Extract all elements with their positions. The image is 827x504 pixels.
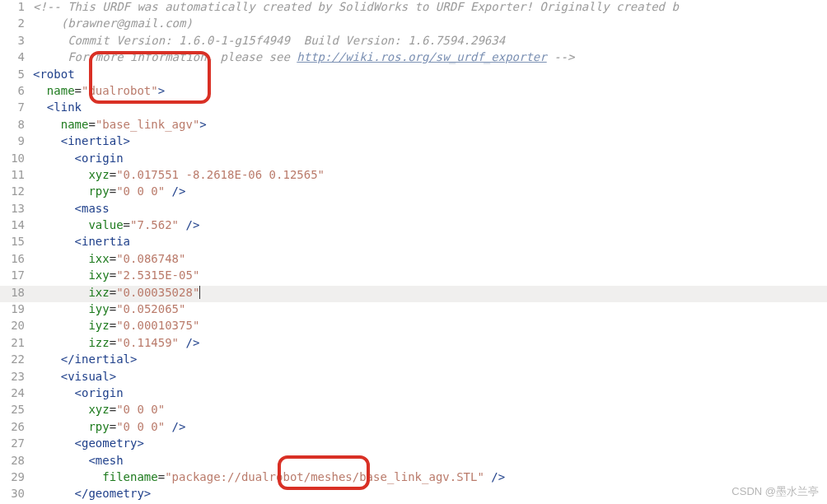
line-number: 3 [0,34,33,47]
line-number: 5 [0,68,33,81]
line-content[interactable]: <geometry> [33,436,827,450]
line-number: 16 [0,252,33,265]
code-line[interactable]: 20 iyz="0.00010375" [0,319,827,335]
line-content[interactable]: <inertial> [33,134,827,147]
line-number: 13 [0,202,33,215]
line-content[interactable]: For more information, please see http://… [33,50,827,63]
code-line[interactable]: 29 filename="package://dualrobot/meshes/… [0,470,827,487]
line-number: 11 [0,168,33,181]
line-content[interactable]: xyz="0.017551 -8.2618E-06 0.12565" [33,168,827,181]
line-number: 2 [0,16,33,30]
code-line[interactable]: 19 iyy="0.052065" [0,302,827,319]
line-content[interactable]: Commit Version: 1.6.0-1-g15f4949 Build V… [33,34,827,47]
line-number: 10 [0,152,33,165]
code-line[interactable]: 11 xyz="0.017551 -8.2618E-06 0.12565" [0,168,827,184]
line-number: 1 [0,0,33,13]
line-number: 24 [0,386,33,399]
line-content[interactable]: ixx="0.086748" [33,252,827,265]
line-number: 26 [0,420,33,433]
line-number: 21 [0,336,33,349]
line-number: 6 [0,84,33,97]
line-content[interactable]: filename="package://dualrobot/meshes/bas… [33,470,827,483]
code-line[interactable]: 16 ixx="0.086748" [0,252,827,268]
code-line[interactable]: 1<!-- This URDF was automatically create… [0,0,827,16]
line-content[interactable]: value="7.562" /> [33,218,827,231]
line-number: 4 [0,50,33,63]
code-line[interactable]: 12 rpy="0 0 0" /> [0,184,827,201]
code-line[interactable]: 2 (brawner@gmail.com) [0,16,827,33]
line-content[interactable]: rpy="0 0 0" /> [33,420,827,433]
line-content[interactable]: </inertial> [33,352,827,366]
watermark: CSDN @墨水兰亭 [731,484,819,499]
code-line[interactable]: 23 <visual> [0,370,827,386]
line-content[interactable]: <!-- This URDF was automatically created… [33,0,827,13]
line-number: 8 [0,118,33,131]
code-line[interactable]: 15 <inertia [0,235,827,251]
line-number: 15 [0,235,33,248]
line-content[interactable]: iyz="0.00010375" [33,319,827,332]
code-line[interactable]: 26 rpy="0 0 0" /> [0,420,827,436]
line-number: 7 [0,100,33,114]
line-number: 17 [0,268,33,282]
line-content[interactable]: ixy="2.5315E-05" [33,268,827,282]
line-number: 22 [0,352,33,366]
line-number: 12 [0,184,33,198]
code-line[interactable]: 8 name="base_link_agv"> [0,118,827,134]
code-line[interactable]: 21 izz="0.11459" /> [0,336,827,352]
code-line[interactable]: 4 For more information, please see http:… [0,50,827,67]
line-content[interactable]: name="base_link_agv"> [33,118,827,131]
line-content[interactable]: <link [33,100,827,114]
line-content[interactable]: rpy="0 0 0" /> [33,184,827,198]
code-line[interactable]: 3 Commit Version: 1.6.0-1-g15f4949 Build… [0,34,827,50]
line-number: 28 [0,454,33,467]
code-line[interactable]: 27 <geometry> [0,436,827,453]
line-number: 23 [0,370,33,383]
line-content[interactable]: <visual> [33,370,827,383]
line-content[interactable]: iyy="0.052065" [33,302,827,315]
code-line[interactable]: 28 <mesh [0,454,827,470]
line-number: 20 [0,319,33,332]
code-line[interactable]: 25 xyz="0 0 0" [0,403,827,419]
line-number: 25 [0,403,33,416]
line-content[interactable]: izz="0.11459" /> [33,336,827,349]
code-line[interactable]: 10 <origin [0,152,827,168]
code-editor[interactable]: 1<!-- This URDF was automatically create… [0,0,827,504]
line-number: 14 [0,218,33,231]
code-line[interactable]: 24 <origin [0,386,827,403]
line-content[interactable]: <mesh [33,454,827,467]
line-content[interactable]: <mass [33,202,827,215]
line-number: 19 [0,302,33,315]
line-content[interactable]: <robot [33,68,827,81]
line-content[interactable]: <origin [33,386,827,399]
code-line[interactable]: 22 </inertial> [0,352,827,369]
code-line[interactable]: 14 value="7.562" /> [0,218,827,235]
code-line[interactable]: 7 <link [0,100,827,117]
line-number: 27 [0,436,33,450]
line-content[interactable]: <origin [33,152,827,165]
code-line[interactable]: 30 </geometry> [0,487,827,503]
line-content[interactable]: <inertia [33,235,827,248]
line-number: 29 [0,470,33,483]
code-line[interactable]: 5<robot [0,68,827,84]
line-number: 30 [0,487,33,500]
code-line[interactable]: 18 ixz="0.00035028" [0,286,827,302]
line-number: 18 [0,286,33,299]
code-line[interactable]: 17 ixy="2.5315E-05" [0,268,827,285]
line-content[interactable]: ixz="0.00035028" [33,286,827,299]
code-line[interactable]: 13 <mass [0,202,827,218]
line-content[interactable]: xyz="0 0 0" [33,403,827,416]
line-content[interactable]: (brawner@gmail.com) [33,16,827,30]
code-line[interactable]: 9 <inertial> [0,134,827,151]
line-content[interactable]: </geometry> [33,487,827,500]
line-content[interactable]: name="dualrobot"> [33,84,827,97]
line-number: 9 [0,134,33,147]
code-line[interactable]: 6 name="dualrobot"> [0,84,827,100]
